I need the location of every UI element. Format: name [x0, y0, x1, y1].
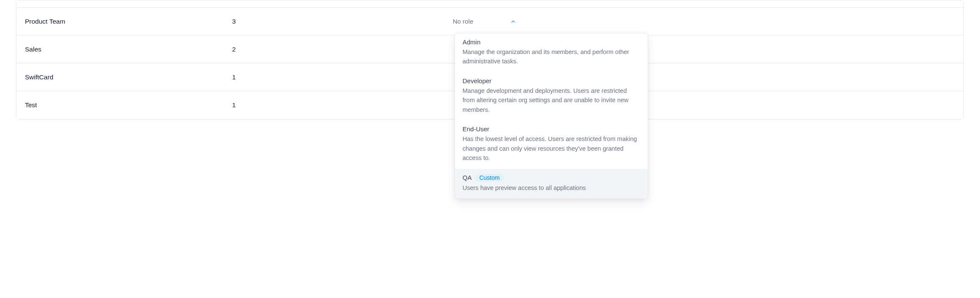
custom-badge: Custom: [475, 174, 504, 182]
role-dropdown: Admin Manage the organization and its me…: [454, 33, 648, 199]
role-option-desc: Has the lowest level of access. Users ar…: [463, 134, 640, 163]
role-selector-label: No role: [453, 18, 473, 25]
role-option-title: Developer: [463, 77, 491, 84]
role-option-admin[interactable]: Admin Manage the organization and its me…: [455, 33, 648, 72]
team-count: 1: [232, 101, 448, 109]
team-name: Product Team: [16, 18, 232, 25]
chevron-up-icon: [510, 19, 516, 24]
team-count: 2: [232, 46, 448, 53]
table-header-spacer: [16, 0, 964, 8]
team-name: Sales: [16, 46, 232, 53]
role-option-title: QA: [463, 174, 472, 181]
team-name: Test: [16, 101, 232, 109]
role-option-title: End-User: [463, 125, 489, 133]
role-option-developer[interactable]: Developer Manage development and deploym…: [455, 72, 648, 120]
table-row[interactable]: Product Team 3 No role: [16, 8, 964, 35]
team-name: SwiftCard: [16, 73, 232, 81]
role-option-desc: Users have preview access to all applica…: [463, 183, 640, 192]
role-option-title: Admin: [463, 38, 481, 46]
team-count: 1: [232, 73, 448, 81]
role-cell: No role: [448, 14, 964, 28]
team-count: 3: [232, 18, 448, 25]
role-selector[interactable]: No role: [448, 14, 521, 28]
role-option-end-user[interactable]: End-User Has the lowest level of access.…: [455, 120, 648, 168]
role-option-desc: Manage development and deployments. User…: [463, 86, 640, 114]
role-option-qa[interactable]: QA Custom Users have preview access to a…: [455, 169, 648, 198]
role-option-desc: Manage the organization and its members,…: [463, 47, 640, 66]
